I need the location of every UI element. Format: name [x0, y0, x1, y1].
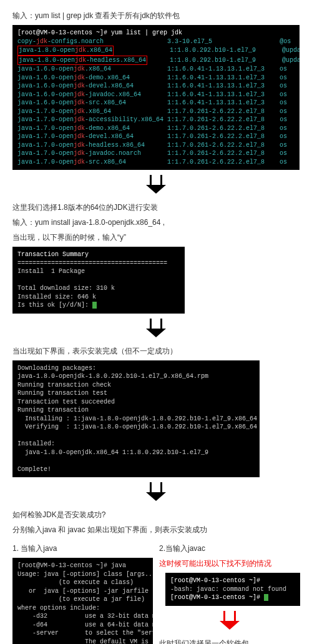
terminal-java: [root@VM-0-13-centos ~]# java Usage: jav…	[12, 558, 153, 644]
instr-yum-list: 输入：yum list | grep jdk 查看关于所有jdk的软件包	[12, 10, 300, 21]
arrow-4-red	[159, 611, 300, 633]
arrow-3	[12, 482, 300, 504]
arrow-1	[12, 175, 300, 197]
instr-verify: 分别输入java 和 javac 如果出现如下界面，则表示安装成功	[12, 524, 300, 535]
instr-enter-y: 当出现，以下界面的时候，输入“y”	[12, 232, 300, 243]
instr-select-18: 这里我们选择1.8版本的64位的JDK进行安装	[12, 202, 300, 213]
terminal-transaction: Transaction Summary ====================…	[12, 247, 185, 314]
instr-install-done: 当出现如下界面，表示安装完成（但不一定成功）	[12, 345, 300, 357]
terminal-javac-error: [root@VM-0-13-centos ~]# -bash: javac: c…	[165, 573, 300, 606]
title-javac: 2.当输入javac	[159, 543, 300, 554]
title-java: 1. 当输入java	[12, 543, 153, 554]
arrow-2	[12, 319, 300, 340]
instr-yum-install: 输入：yum install java-1.8.0-openjdk.x86_64…	[12, 217, 300, 228]
terminal-yum-list: [root@VM-0-13-centos ~]# yum list | grep…	[12, 25, 300, 170]
javac-error-note: 这时候可能出现以下找不到的情况	[159, 558, 300, 569]
instr-select-other: 此时我们选择另一个软件包	[159, 638, 300, 645]
instr-verify-q: 如何检验JDK是否安装成功?	[12, 509, 300, 520]
terminal-install: Downloading packages: java-1.8.0-openjdk…	[12, 360, 260, 478]
